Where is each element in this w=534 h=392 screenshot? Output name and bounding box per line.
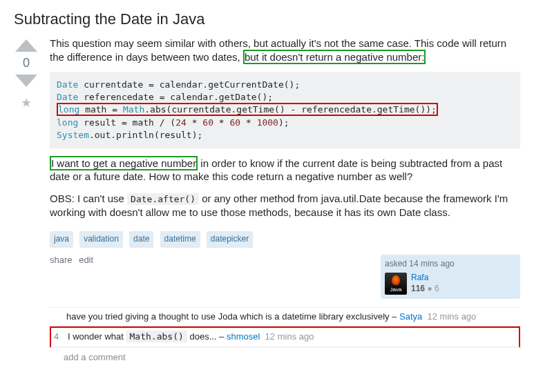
asked-time: asked 14 mins ago — [385, 259, 516, 270]
inline-code-date-after: Date.after() — [127, 193, 199, 205]
add-comment-link[interactable]: add a comment — [50, 348, 520, 364]
tag-datetime[interactable]: datetime — [160, 231, 200, 248]
user-link[interactable]: Rafa — [411, 273, 428, 282]
highlight-math-abs-line: long math = Math.abs(currentdate.getTime… — [57, 103, 438, 116]
paragraph-2: I want to get a negative number in order… — [50, 157, 520, 184]
avatar[interactable] — [385, 273, 407, 295]
inline-code-math-abs: Math.abs() — [126, 331, 187, 342]
code-block: Date currentdate = calendar.getCurrentDa… — [50, 72, 520, 148]
comment-user-link[interactable]: shmosel — [227, 331, 260, 342]
post-menu: share edit — [50, 255, 97, 266]
favorite-icon[interactable]: ★ — [21, 95, 32, 110]
user-rep: 116 — [411, 284, 425, 293]
tag-datepicker[interactable]: datepicker — [207, 231, 253, 248]
comment-user-link[interactable]: Satya — [399, 311, 422, 322]
upvote-icon[interactable] — [14, 37, 39, 53]
comment-row-highlighted: 4 I wonder what Math.abs() does... – shm… — [50, 326, 520, 348]
paragraph-3: OBS: I can't use Date.after() or any oth… — [50, 192, 520, 219]
highlight-want-negative: I want to get a negative number — [50, 156, 198, 170]
paragraph-1: This question may seem similar with othe… — [50, 37, 520, 63]
tag-list: java validation date datetime datepicker — [50, 231, 520, 248]
question-title: Subtracting the Date in Java — [14, 10, 520, 28]
tag-validation[interactable]: validation — [79, 231, 123, 248]
comment-score: 4 — [54, 331, 64, 343]
edit-link[interactable]: edit — [79, 255, 93, 265]
highlight-negative-clause: but it doesn't return a negative number: — [243, 50, 426, 64]
vote-score: 0 — [23, 56, 30, 70]
vote-column: 0 ★ — [14, 37, 39, 364]
user-badges: ● 6 — [427, 284, 439, 293]
tag-java[interactable]: java — [50, 231, 73, 248]
downvote-icon[interactable] — [14, 73, 39, 90]
comment-row: have you tried giving a thought to use J… — [50, 308, 520, 327]
share-link[interactable]: share — [50, 255, 73, 265]
question-body: This question may seem similar with othe… — [50, 37, 520, 364]
comments-list: have you tried giving a thought to use J… — [50, 307, 520, 349]
tag-date[interactable]: date — [129, 231, 153, 248]
user-card: asked 14 mins ago Rafa 116 ● 6 — [381, 255, 520, 299]
